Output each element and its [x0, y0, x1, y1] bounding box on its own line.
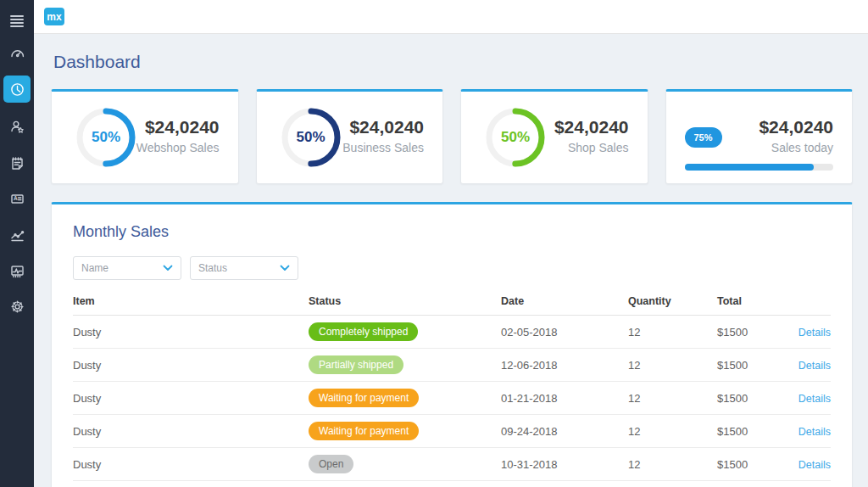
status-badge: Partially shipped: [309, 355, 403, 374]
table-body: Dusty Completely shipped 02-05-2018 12 $…: [73, 316, 831, 481]
clock-icon: [9, 81, 25, 98]
donut-percent-label: 50%: [279, 105, 343, 170]
kpi-card-sales-today: 75% $24,0240 Sales today: [665, 89, 854, 184]
donut-chart: 50%: [483, 105, 548, 170]
status-badge: Waiting for payment: [309, 422, 419, 440]
table-header: Item Status Date Quantity Total: [73, 287, 831, 316]
column-header-status: Status: [309, 295, 501, 307]
name-filter-dropdown[interactable]: Name: [73, 256, 181, 280]
item-cell: Dusty: [73, 425, 309, 438]
date-cell: 10-31-2018: [501, 458, 628, 471]
progress-bar: [685, 164, 834, 171]
item-cell: Dusty: [73, 458, 309, 471]
donut-chart: 50%: [74, 105, 138, 170]
details-link[interactable]: Details: [798, 393, 831, 405]
kpi-card-business-sales: 50% $24,0240 Business Sales: [256, 89, 444, 184]
kpi-card-webshop-sales: 50% $24,0240 Webshop Sales: [51, 89, 239, 184]
date-cell: 01-21-2018: [501, 392, 628, 405]
table-row[interactable]: Dusty Waiting for payment 09-24-2018 12 …: [73, 415, 831, 448]
kpi-value: $24,0240: [136, 117, 220, 137]
panel-title: Monthly Sales: [73, 223, 831, 241]
status-filter-dropdown[interactable]: Status: [190, 256, 298, 280]
svg-text:A: A: [14, 195, 18, 201]
details-link[interactable]: Details: [798, 327, 831, 339]
column-header-item: Item: [73, 295, 309, 307]
hamburger-icon: [9, 13, 25, 28]
status-badge: Open: [309, 455, 353, 473]
sidebar-item-clock[interactable]: [3, 76, 31, 103]
date-cell: 09-24-2018: [501, 425, 628, 438]
total-cell: $1500: [717, 326, 793, 339]
total-cell: $1500: [717, 425, 793, 438]
quantity-cell: 12: [628, 359, 717, 372]
chevron-down-icon: [280, 265, 290, 271]
column-header-total: Total: [717, 295, 793, 307]
total-cell: $1500: [717, 392, 793, 405]
status-badge: Completely shipped: [309, 322, 418, 341]
gear-icon: [9, 299, 25, 315]
topbar: mx: [34, 0, 868, 34]
kpi-value: $24,0240: [342, 117, 424, 137]
quantity-cell: 12: [628, 425, 717, 438]
total-cell: $1500: [717, 458, 793, 471]
main-content: Dashboard 50% $24,0240 Webshop Sales: [34, 34, 868, 487]
kpi-label: Webshop Sales: [136, 141, 220, 154]
sidebar-item-trends[interactable]: [3, 221, 31, 249]
details-link[interactable]: Details: [798, 459, 831, 471]
sidebar-item-settings[interactable]: [3, 293, 31, 320]
quantity-cell: 12: [628, 392, 717, 405]
users-star-icon: [9, 119, 25, 135]
sidebar-item-gauge[interactable]: [3, 39, 31, 66]
monthly-sales-panel: Monthly Sales Name Status Item Status Da…: [51, 202, 853, 487]
kpi-label: Sales today: [759, 141, 833, 154]
page-title: Dashboard: [53, 52, 141, 72]
table-row[interactable]: Dusty Waiting for payment 01-21-2018 12 …: [73, 382, 831, 415]
sidebar-item-reports[interactable]: [3, 257, 31, 284]
filter-row: Name Status: [73, 256, 831, 280]
sidebar-item-orders[interactable]: [3, 149, 31, 176]
billboard-icon: A: [9, 191, 25, 207]
kpi-label: Shop Sales: [554, 141, 629, 154]
quantity-cell: 12: [628, 458, 717, 471]
hamburger-menu-button[interactable]: [3, 7, 31, 34]
kpi-card-shop-sales: 50% $24,0240 Shop Sales: [460, 89, 648, 184]
details-link[interactable]: Details: [798, 426, 831, 438]
table-row[interactable]: Dusty Partially shipped 12-06-2018 12 $1…: [73, 349, 831, 382]
donut-percent-label: 50%: [74, 105, 138, 170]
gauge-icon: [9, 45, 25, 61]
notepad-icon: [9, 155, 25, 171]
table-row[interactable]: Dusty Open 10-31-2018 12 $1500 Details: [73, 448, 831, 481]
monitor-chart-icon: [9, 263, 25, 279]
status-badge: Waiting for payment: [309, 389, 419, 407]
kpi-label: Business Sales: [342, 141, 424, 154]
donut-percent-label: 50%: [483, 105, 548, 170]
line-chart-icon: [9, 227, 25, 244]
kpi-value: $24,0240: [554, 117, 629, 137]
item-cell: Dusty: [73, 326, 309, 339]
date-cell: 02-05-2018: [501, 326, 628, 339]
item-cell: Dusty: [73, 392, 309, 405]
table-row[interactable]: Dusty Completely shipped 02-05-2018 12 $…: [73, 316, 831, 349]
sidebar: A: [0, 0, 34, 487]
donut-chart: 50%: [279, 105, 343, 170]
mx-logo[interactable]: mx: [44, 8, 64, 25]
item-cell: Dusty: [73, 359, 309, 372]
quantity-cell: 12: [628, 326, 717, 339]
sidebar-item-branding[interactable]: A: [3, 185, 31, 212]
chevron-down-icon: [163, 265, 173, 271]
dropdown-placeholder: Status: [198, 262, 280, 274]
dropdown-placeholder: Name: [81, 262, 163, 274]
sidebar-item-customers[interactable]: [3, 113, 31, 140]
date-cell: 12-06-2018: [501, 359, 628, 372]
details-link[interactable]: Details: [798, 360, 831, 372]
percent-badge: 75%: [685, 127, 722, 148]
column-header-quantity: Quantity: [628, 295, 717, 307]
total-cell: $1500: [717, 359, 793, 372]
column-header-date: Date: [501, 295, 628, 307]
kpi-card-row: 50% $24,0240 Webshop Sales 50% $24,0240 …: [51, 89, 853, 184]
progress-bar-fill: [685, 164, 815, 171]
kpi-value: $24,0240: [759, 117, 833, 137]
